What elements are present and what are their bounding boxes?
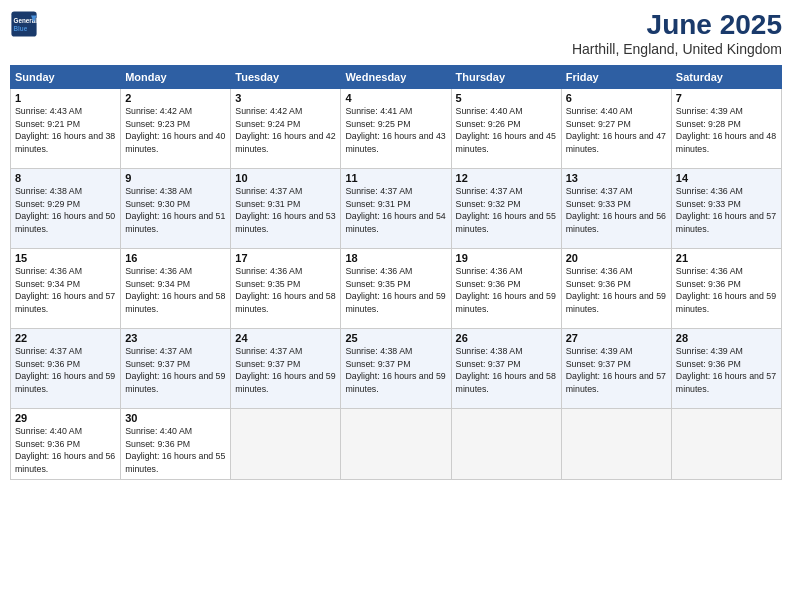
- day-number: 3: [235, 92, 336, 104]
- table-row: 17 Sunrise: 4:36 AMSunset: 9:35 PMDaylig…: [231, 248, 341, 328]
- day-number: 8: [15, 172, 116, 184]
- table-row: 7 Sunrise: 4:39 AMSunset: 9:28 PMDayligh…: [671, 88, 781, 168]
- day-info: Sunrise: 4:43 AMSunset: 9:21 PMDaylight:…: [15, 106, 115, 154]
- day-info: Sunrise: 4:36 AMSunset: 9:35 PMDaylight:…: [345, 266, 445, 314]
- day-info: Sunrise: 4:40 AMSunset: 9:27 PMDaylight:…: [566, 106, 666, 154]
- table-row: 27 Sunrise: 4:39 AMSunset: 9:37 PMDaylig…: [561, 328, 671, 408]
- table-row: 25 Sunrise: 4:38 AMSunset: 9:37 PMDaylig…: [341, 328, 451, 408]
- day-number: 20: [566, 252, 667, 264]
- day-info: Sunrise: 4:36 AMSunset: 9:33 PMDaylight:…: [676, 186, 776, 234]
- table-row: 8 Sunrise: 4:38 AMSunset: 9:29 PMDayligh…: [11, 168, 121, 248]
- day-info: Sunrise: 4:36 AMSunset: 9:36 PMDaylight:…: [566, 266, 666, 314]
- day-info: Sunrise: 4:37 AMSunset: 9:32 PMDaylight:…: [456, 186, 556, 234]
- svg-text:Blue: Blue: [14, 25, 28, 32]
- day-info: Sunrise: 4:38 AMSunset: 9:37 PMDaylight:…: [345, 346, 445, 394]
- day-number: 25: [345, 332, 446, 344]
- day-info: Sunrise: 4:37 AMSunset: 9:36 PMDaylight:…: [15, 346, 115, 394]
- header-thursday: Thursday: [451, 65, 561, 88]
- location: Harthill, England, United Kingdom: [572, 41, 782, 57]
- header-sunday: Sunday: [11, 65, 121, 88]
- table-row: 24 Sunrise: 4:37 AMSunset: 9:37 PMDaylig…: [231, 328, 341, 408]
- day-info: Sunrise: 4:36 AMSunset: 9:35 PMDaylight:…: [235, 266, 335, 314]
- day-info: Sunrise: 4:40 AMSunset: 9:36 PMDaylight:…: [125, 426, 225, 474]
- day-info: Sunrise: 4:38 AMSunset: 9:37 PMDaylight:…: [456, 346, 556, 394]
- day-number: 21: [676, 252, 777, 264]
- day-number: 13: [566, 172, 667, 184]
- calendar-header-row: Sunday Monday Tuesday Wednesday Thursday…: [11, 65, 782, 88]
- day-number: 9: [125, 172, 226, 184]
- table-row: 29 Sunrise: 4:40 AMSunset: 9:36 PMDaylig…: [11, 408, 121, 479]
- table-row: 15 Sunrise: 4:36 AMSunset: 9:34 PMDaylig…: [11, 248, 121, 328]
- day-number: 10: [235, 172, 336, 184]
- table-row: 2 Sunrise: 4:42 AMSunset: 9:23 PMDayligh…: [121, 88, 231, 168]
- table-row: 20 Sunrise: 4:36 AMSunset: 9:36 PMDaylig…: [561, 248, 671, 328]
- day-info: Sunrise: 4:38 AMSunset: 9:29 PMDaylight:…: [15, 186, 115, 234]
- table-row: 4 Sunrise: 4:41 AMSunset: 9:25 PMDayligh…: [341, 88, 451, 168]
- table-row: [671, 408, 781, 479]
- header-tuesday: Tuesday: [231, 65, 341, 88]
- day-number: 16: [125, 252, 226, 264]
- table-row: 3 Sunrise: 4:42 AMSunset: 9:24 PMDayligh…: [231, 88, 341, 168]
- day-number: 19: [456, 252, 557, 264]
- table-row: [561, 408, 671, 479]
- day-info: Sunrise: 4:37 AMSunset: 9:31 PMDaylight:…: [345, 186, 445, 234]
- day-number: 24: [235, 332, 336, 344]
- day-number: 4: [345, 92, 446, 104]
- table-row: 16 Sunrise: 4:36 AMSunset: 9:34 PMDaylig…: [121, 248, 231, 328]
- day-info: Sunrise: 4:39 AMSunset: 9:28 PMDaylight:…: [676, 106, 776, 154]
- day-info: Sunrise: 4:38 AMSunset: 9:30 PMDaylight:…: [125, 186, 225, 234]
- day-info: Sunrise: 4:42 AMSunset: 9:24 PMDaylight:…: [235, 106, 335, 154]
- table-row: [341, 408, 451, 479]
- day-info: Sunrise: 4:41 AMSunset: 9:25 PMDaylight:…: [345, 106, 445, 154]
- calendar-table: Sunday Monday Tuesday Wednesday Thursday…: [10, 65, 782, 480]
- header-friday: Friday: [561, 65, 671, 88]
- day-info: Sunrise: 4:36 AMSunset: 9:36 PMDaylight:…: [456, 266, 556, 314]
- table-row: 12 Sunrise: 4:37 AMSunset: 9:32 PMDaylig…: [451, 168, 561, 248]
- header-monday: Monday: [121, 65, 231, 88]
- table-row: 5 Sunrise: 4:40 AMSunset: 9:26 PMDayligh…: [451, 88, 561, 168]
- table-row: 10 Sunrise: 4:37 AMSunset: 9:31 PMDaylig…: [231, 168, 341, 248]
- table-row: 30 Sunrise: 4:40 AMSunset: 9:36 PMDaylig…: [121, 408, 231, 479]
- day-number: 22: [15, 332, 116, 344]
- logo: General Blue: [10, 10, 38, 38]
- day-number: 12: [456, 172, 557, 184]
- day-number: 11: [345, 172, 446, 184]
- title-block: June 2025 Harthill, England, United King…: [572, 10, 782, 57]
- day-info: Sunrise: 4:36 AMSunset: 9:34 PMDaylight:…: [125, 266, 225, 314]
- header-saturday: Saturday: [671, 65, 781, 88]
- day-info: Sunrise: 4:39 AMSunset: 9:36 PMDaylight:…: [676, 346, 776, 394]
- day-number: 1: [15, 92, 116, 104]
- day-number: 27: [566, 332, 667, 344]
- header-wednesday: Wednesday: [341, 65, 451, 88]
- page: General Blue June 2025 Harthill, England…: [0, 0, 792, 612]
- table-row: 14 Sunrise: 4:36 AMSunset: 9:33 PMDaylig…: [671, 168, 781, 248]
- header: General Blue June 2025 Harthill, England…: [10, 10, 782, 57]
- day-number: 18: [345, 252, 446, 264]
- day-info: Sunrise: 4:40 AMSunset: 9:36 PMDaylight:…: [15, 426, 115, 474]
- day-info: Sunrise: 4:36 AMSunset: 9:36 PMDaylight:…: [676, 266, 776, 314]
- day-number: 29: [15, 412, 116, 424]
- table-row: 6 Sunrise: 4:40 AMSunset: 9:27 PMDayligh…: [561, 88, 671, 168]
- day-number: 23: [125, 332, 226, 344]
- table-row: [231, 408, 341, 479]
- logo-icon: General Blue: [10, 10, 38, 38]
- day-number: 28: [676, 332, 777, 344]
- day-info: Sunrise: 4:37 AMSunset: 9:37 PMDaylight:…: [235, 346, 335, 394]
- table-row: 23 Sunrise: 4:37 AMSunset: 9:37 PMDaylig…: [121, 328, 231, 408]
- day-info: Sunrise: 4:36 AMSunset: 9:34 PMDaylight:…: [15, 266, 115, 314]
- day-info: Sunrise: 4:40 AMSunset: 9:26 PMDaylight:…: [456, 106, 556, 154]
- table-row: 21 Sunrise: 4:36 AMSunset: 9:36 PMDaylig…: [671, 248, 781, 328]
- day-number: 7: [676, 92, 777, 104]
- month-title: June 2025: [572, 10, 782, 41]
- table-row: 22 Sunrise: 4:37 AMSunset: 9:36 PMDaylig…: [11, 328, 121, 408]
- day-number: 14: [676, 172, 777, 184]
- day-number: 30: [125, 412, 226, 424]
- table-row: 19 Sunrise: 4:36 AMSunset: 9:36 PMDaylig…: [451, 248, 561, 328]
- day-number: 2: [125, 92, 226, 104]
- table-row: [451, 408, 561, 479]
- day-number: 6: [566, 92, 667, 104]
- table-row: 11 Sunrise: 4:37 AMSunset: 9:31 PMDaylig…: [341, 168, 451, 248]
- day-info: Sunrise: 4:37 AMSunset: 9:31 PMDaylight:…: [235, 186, 335, 234]
- day-number: 26: [456, 332, 557, 344]
- day-info: Sunrise: 4:42 AMSunset: 9:23 PMDaylight:…: [125, 106, 225, 154]
